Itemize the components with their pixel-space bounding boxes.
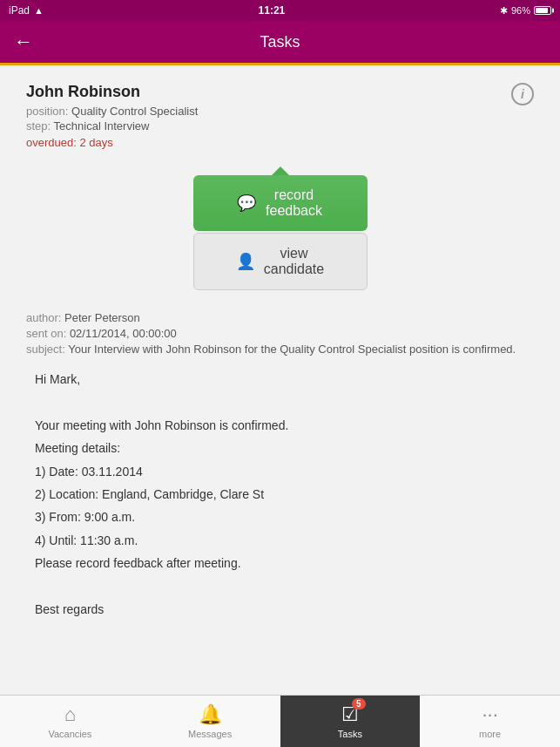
overdue-label: overdued: (26, 136, 77, 149)
sent-on-label: sent on: (26, 327, 66, 340)
candidate-name: John Robinson (26, 83, 534, 101)
overdue-value: 2 days (79, 136, 112, 149)
email-line4: 2) Location: England, Cambridge, Clare S… (35, 485, 534, 504)
email-line3: 1) Date: 03.11.2014 (35, 462, 534, 481)
more-icon: ··· (482, 703, 497, 726)
app-header: ← Tasks (0, 21, 560, 63)
messages-label: Messages (188, 729, 232, 739)
view-candidate-button[interactable]: 👤 view candidate (193, 233, 368, 290)
email-line2: Meeting details: (35, 438, 534, 458)
status-right: ✱ 96% (500, 5, 551, 17)
info-icon[interactable]: i (511, 83, 534, 105)
email-author-row: author: Peter Peterson (26, 311, 534, 324)
record-feedback-button[interactable]: 💬 record feedback (193, 175, 368, 231)
tooltip-arrow (272, 166, 289, 175)
tasks-badge: 5 (352, 698, 366, 710)
email-greeting: Hi Mark, (35, 370, 534, 389)
battery-percentage: 96% (511, 5, 530, 16)
sent-on-value: 02/11/2014, 00:00:00 (70, 327, 177, 340)
tasks-badge-container: ☑ 5 (341, 703, 359, 726)
action-buttons-area: 💬 record feedback 👤 view candidate (26, 166, 534, 290)
email-line5: 3) From: 9:00 a.m. (35, 507, 534, 526)
carrier-label: iPad (9, 4, 30, 17)
candidate-position: position: Quality Control Specialist (26, 105, 534, 118)
home-icon: ⌂ (64, 703, 76, 726)
author-value: Peter Peterson (64, 311, 140, 324)
back-button[interactable]: ← (14, 32, 33, 51)
tab-messages[interactable]: 🔔 Messages (140, 696, 280, 747)
step-label: step: (26, 119, 51, 132)
email-sent-row: sent on: 02/11/2014, 00:00:00 (26, 327, 534, 340)
email-line6: 4) Until: 11:30 a.m. (35, 531, 534, 550)
candidate-info-block: John Robinson position: Quality Control … (26, 83, 534, 149)
email-subject-row: subject: Your Interview with John Robins… (26, 343, 534, 356)
subject-label: subject: (26, 343, 65, 356)
email-spacer2 (35, 577, 534, 596)
position-label: position: (26, 105, 68, 118)
battery-icon (534, 6, 551, 15)
subject-value: Your Interview with John Robinson for th… (68, 343, 516, 356)
position-value: Quality Control Specialist (71, 105, 198, 118)
email-spacer1 (35, 392, 534, 411)
author-label: author: (26, 311, 61, 324)
candidate-step: step: Technical Interview (26, 119, 534, 132)
time-label: 11:21 (259, 4, 286, 17)
wifi-icon: ▲ (34, 5, 44, 16)
vacancies-label: Vacancies (48, 729, 91, 739)
main-content: John Robinson position: Quality Control … (0, 65, 560, 695)
view-candidate-icon: 👤 (236, 252, 255, 271)
record-feedback-label: record feedback (265, 187, 324, 219)
tab-bar: ⌂ Vacancies 🔔 Messages ☑ 5 Tasks ··· mor… (0, 695, 560, 747)
record-feedback-icon: 💬 (237, 194, 256, 213)
overdue-status: overdued: 2 days (26, 136, 534, 149)
tab-tasks[interactable]: ☑ 5 Tasks (280, 696, 421, 747)
email-body: Hi Mark, Your meeting with John Robinson… (26, 370, 534, 619)
bluetooth-icon: ✱ (500, 5, 508, 17)
email-line1: Your meeting with John Robinson is confi… (35, 416, 534, 435)
status-bar: iPad ▲ 11:21 ✱ 96% (0, 0, 560, 21)
tab-more[interactable]: ··· more (420, 696, 560, 747)
bell-icon: 🔔 (199, 703, 222, 726)
tab-vacancies[interactable]: ⌂ Vacancies (0, 696, 140, 747)
page-title: Tasks (260, 33, 300, 51)
email-sign: Best regards (35, 600, 534, 619)
view-candidate-label: view candidate (264, 246, 324, 277)
more-label: more (479, 729, 501, 739)
status-left: iPad ▲ (9, 4, 44, 17)
step-value: Technical Interview (54, 119, 150, 132)
email-meta: author: Peter Peterson sent on: 02/11/20… (26, 311, 534, 356)
email-line7: Please record feedback after meeting. (35, 553, 534, 573)
tasks-label: Tasks (338, 729, 362, 739)
